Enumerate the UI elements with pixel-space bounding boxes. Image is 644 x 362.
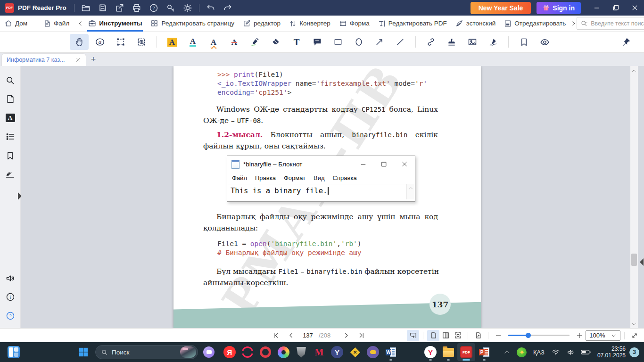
maximize-button[interactable] [606, 0, 625, 16]
menu-estonian[interactable]: эстонский [451, 16, 500, 32]
tray-battery-button[interactable] [579, 343, 593, 361]
pin-toolbar-button[interactable] [617, 34, 636, 50]
sign-in-button[interactable]: Sign in [537, 2, 581, 14]
select-text-tool[interactable]: a [91, 34, 109, 50]
zoom-out-button[interactable] [492, 330, 504, 341]
menu-form[interactable]: Форма [335, 16, 374, 32]
tab-close-button[interactable] [75, 57, 81, 63]
new-tab-button[interactable]: + [86, 53, 100, 66]
menu-edit-pdf[interactable]: Редактировать PDF [374, 16, 451, 32]
text-box-tool[interactable]: T [287, 34, 306, 50]
save-button[interactable] [94, 0, 111, 16]
taskbar-photos-button[interactable] [274, 343, 292, 361]
document-viewer[interactable]: АРМАН-ПВ б >>> print(File1)<_io.TextIOWr… [21, 66, 644, 328]
undo-button[interactable] [202, 0, 219, 16]
tray-volume-button[interactable] [564, 343, 578, 361]
hand-tool[interactable] [70, 34, 89, 50]
scrollbar-thumb[interactable] [631, 254, 637, 266]
taskbar-start-button[interactable] [74, 343, 92, 361]
tray-antivirus-button[interactable]: ✦ [515, 343, 528, 361]
taskbar-market-button[interactable]: М [310, 343, 328, 361]
taskbar-pdf-reader-button[interactable]: PDF [457, 343, 475, 361]
marquee-select-tool[interactable] [111, 34, 130, 50]
zoom-area-tool[interactable] [132, 34, 151, 50]
zoom-in-button[interactable] [573, 330, 586, 341]
rectangle-tool[interactable] [329, 34, 347, 50]
taskbar-search[interactable]: Поиск [95, 345, 198, 359]
single-page-button[interactable] [427, 330, 439, 341]
password-button[interactable] [162, 0, 179, 16]
sidebar-readaloud-button[interactable] [1, 269, 20, 288]
zoom-slider[interactable] [508, 335, 570, 336]
highlight-tool[interactable]: A [163, 34, 182, 50]
search-input[interactable] [591, 20, 644, 27]
menu-tools[interactable]: Инструменты [84, 16, 146, 32]
stamp-tool[interactable] [442, 34, 461, 50]
arrow-tool[interactable] [370, 34, 389, 50]
taskbar-widgets-button[interactable] [5, 343, 23, 361]
previous-page-button[interactable] [285, 330, 297, 341]
menu-editor[interactable]: редактор [239, 16, 285, 32]
menu-redact[interactable]: Отредактировать [500, 16, 570, 32]
menu-home[interactable]: Дом [0, 16, 32, 32]
signature-tool[interactable] [484, 34, 503, 50]
taskbar-explorer-button[interactable] [439, 343, 457, 361]
two-page-button[interactable] [439, 330, 452, 341]
sidebar-search-button[interactable] [1, 71, 20, 90]
last-page-button[interactable] [355, 330, 367, 341]
fit-width-button[interactable] [407, 330, 419, 341]
tray-wifi-button[interactable] [549, 343, 562, 361]
redo-button[interactable] [219, 0, 236, 16]
tray-language-button[interactable]: ҚАЗ [530, 343, 547, 361]
scroll-down-arrow[interactable] [631, 320, 637, 327]
menu-converter[interactable]: Конвертер [285, 16, 335, 32]
sidebar-thumbnails-button[interactable] [1, 90, 20, 108]
squiggly-tool[interactable]: A [204, 34, 223, 50]
taskbar-y-app-button[interactable]: Y [328, 343, 346, 361]
note-tool[interactable] [308, 34, 327, 50]
taskbar-gold-button[interactable]: ✕ [346, 343, 364, 361]
sidebar-annotations-button[interactable]: A [1, 108, 20, 127]
bookmark-tool[interactable] [514, 34, 533, 50]
right-panel-expander[interactable] [640, 258, 644, 266]
menu-edit-page[interactable]: Редактировать страницу [146, 16, 238, 32]
taskbar-word-button[interactable]: W [382, 343, 400, 361]
fullscreen-button[interactable] [628, 330, 641, 341]
underline-tool[interactable]: A [183, 34, 202, 50]
freehand-pen-tool[interactable] [246, 34, 264, 50]
tray-hidden-icons-button[interactable] [500, 343, 513, 361]
sidebar-info-button[interactable]: i [1, 288, 20, 306]
link-tool[interactable] [421, 34, 440, 50]
minimize-button[interactable] [587, 0, 606, 16]
tray-clock[interactable]: 23:5607.01.2025 [597, 346, 626, 359]
help-button[interactable]: ? [145, 0, 162, 16]
sidebar-signatures-button[interactable] [1, 165, 20, 184]
document-tab[interactable]: Информатика 7 каз... [1, 53, 86, 66]
image-tool[interactable] [463, 34, 482, 50]
menu-scroll-left[interactable] [77, 16, 84, 32]
taskbar-opera-button[interactable] [256, 343, 274, 361]
taskbar-powerpoint-button[interactable]: P [475, 343, 493, 361]
menu-file[interactable]: Файл [39, 16, 74, 32]
taskbar-yandex-browser-button[interactable]: Y [421, 343, 439, 361]
first-page-button[interactable] [270, 330, 282, 341]
preview-tool[interactable] [535, 34, 554, 50]
taskbar-opera-gx-button[interactable] [239, 343, 256, 361]
eraser-tool[interactable] [266, 34, 285, 50]
sidebar-bookmarks-button[interactable] [1, 146, 20, 165]
taskbar-games-button[interactable] [364, 343, 382, 361]
taskbar-yandex-ya-button[interactable]: Я [221, 343, 239, 361]
fit-page-button[interactable] [472, 330, 484, 341]
multi-page-button[interactable] [452, 330, 464, 341]
next-page-button[interactable] [340, 330, 352, 341]
sidebar-outline-button[interactable] [1, 127, 20, 146]
scroll-up-arrow[interactable] [631, 66, 637, 74]
share-button[interactable] [111, 0, 128, 16]
line-tool[interactable] [391, 34, 410, 50]
settings-button[interactable] [179, 0, 196, 16]
page-number-input[interactable] [300, 332, 316, 339]
open-file-button[interactable] [77, 0, 94, 16]
strikeout-tool[interactable]: A [225, 34, 244, 50]
print-button[interactable] [128, 0, 145, 16]
close-button[interactable] [625, 0, 644, 16]
